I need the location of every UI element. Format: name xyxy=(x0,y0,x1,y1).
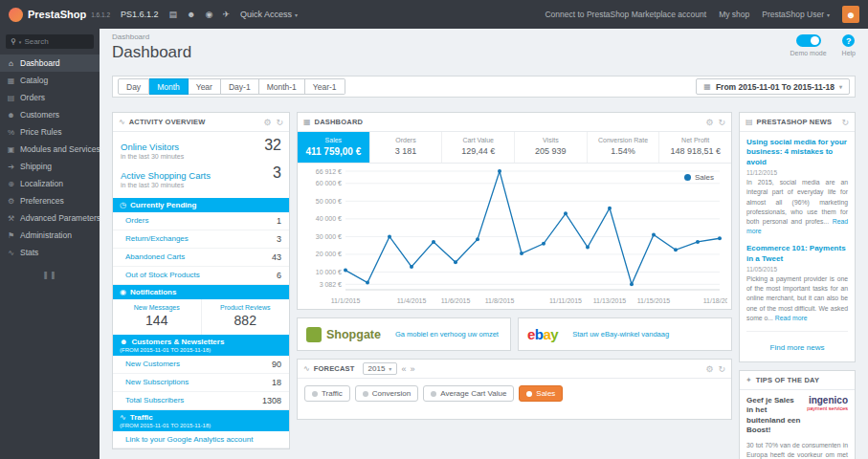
my-shop-link[interactable]: My shop xyxy=(719,10,749,19)
forecast-tab-average-cart-value[interactable]: Average Cart Value xyxy=(423,385,514,402)
filter-year-1-button[interactable]: Year-1 xyxy=(305,78,345,95)
date-range-label: From 2015-11-01 To 2015-11-18 xyxy=(716,82,835,92)
prestashop-logo-icon xyxy=(9,8,23,22)
date-range-button[interactable]: ▦ From 2015-11-01 To 2015-11-18 ▾ xyxy=(696,78,850,95)
find-more-news-link[interactable]: Find more news xyxy=(770,343,825,352)
total-subscribers-link[interactable]: Total Subscribers xyxy=(125,396,184,404)
kpi-sales[interactable]: Sales 411 759,00 € xyxy=(298,132,370,163)
gear-icon[interactable]: ⚙ xyxy=(705,364,713,374)
quick-access-menu[interactable]: Quick Access ▾ xyxy=(240,10,298,19)
kpi-net-profit[interactable]: Net Profit 148 918,51 € xyxy=(659,132,731,163)
clock-icon: ◷ xyxy=(120,201,126,209)
sidebar-search[interactable]: ⚲ ▾ xyxy=(6,34,94,49)
gear-icon[interactable]: ⚙ xyxy=(263,118,271,127)
avatar[interactable]: ☻ xyxy=(842,6,859,23)
help-icon[interactable]: ? xyxy=(842,34,855,47)
filter-month-button[interactable]: Month xyxy=(149,78,189,95)
gear-icon[interactable]: ⚙ xyxy=(705,118,713,127)
new-subscriptions-link[interactable]: New Subscriptions xyxy=(125,378,189,386)
refresh-icon[interactable]: ↻ xyxy=(841,118,849,127)
sidebar-item-localization[interactable]: ⊕ Localization xyxy=(0,175,100,192)
product-reviews-stat[interactable]: Product Reviews 882 xyxy=(202,299,290,335)
filter-day-button[interactable]: Day xyxy=(118,78,149,95)
online-visitors-value: 32 xyxy=(264,139,281,152)
marketplace-link[interactable]: Connect to PrestaShop Marketplace accoun… xyxy=(545,10,706,19)
news-article-link[interactable]: Ecommerce 101: Payments in a Tweet xyxy=(746,244,848,264)
online-visitors-link[interactable]: Online Visitors xyxy=(121,142,179,152)
svg-text:11/11/2015: 11/11/2015 xyxy=(549,297,582,304)
book-icon: ▦ xyxy=(7,76,15,85)
sales-chart-svg: 66 912 €60 000 €50 000 €40 000 €30 000 €… xyxy=(301,167,727,307)
returns-link[interactable]: Return/Exchanges xyxy=(125,234,189,243)
forecast-tab-traffic[interactable]: Traffic xyxy=(304,385,350,402)
page-header: Dashboard Dashboard Demo mode ? Help xyxy=(112,33,856,62)
svg-text:11/13/2015: 11/13/2015 xyxy=(593,297,627,304)
ebay-link[interactable]: Start uw eBay-winkel vandaag xyxy=(572,330,669,339)
active-carts-link[interactable]: Active Shopping Carts xyxy=(121,170,211,181)
quick-access-label: Quick Access xyxy=(240,10,292,19)
filter-year-button[interactable]: Year xyxy=(189,78,221,95)
customer-icon[interactable]: ☻ xyxy=(187,10,195,19)
previous-year-button[interactable]: « xyxy=(401,364,406,374)
sidebar-item-price-rules[interactable]: % Price Rules xyxy=(0,123,100,141)
sidebar-item-catalog[interactable]: ▦ Catalog xyxy=(0,72,100,89)
kpi-value: 148 918,51 € xyxy=(661,146,729,156)
sidebar-item-customers[interactable]: ☻ Customers xyxy=(0,106,100,123)
support-icon[interactable]: ◉ xyxy=(206,10,213,19)
kpi-value: 411 759,00 € xyxy=(300,146,367,157)
year-select[interactable]: 2015 ▾ xyxy=(363,362,398,375)
demo-mode-toggle[interactable] xyxy=(796,34,821,47)
new-messages-label: New Messages xyxy=(113,304,201,311)
section-title: Notifications xyxy=(130,288,176,296)
sidebar-item-advanced-parameters[interactable]: ⚒ Advanced Parameters xyxy=(0,209,100,227)
filter-day-1-button[interactable]: Day-1 xyxy=(221,78,259,95)
refresh-icon[interactable]: ↻ xyxy=(718,364,725,374)
kpi-cart-value[interactable]: Cart Value 129,44 € xyxy=(442,132,515,163)
shopgate-link[interactable]: Ga mobiel en verhoog uw omzet xyxy=(395,330,499,339)
new-customers-link[interactable]: New Customers xyxy=(125,360,180,368)
cart-icon: ▤ xyxy=(7,94,15,102)
brand-name: PrestaShop xyxy=(28,9,86,20)
kpi-visits[interactable]: Visits 205 939 xyxy=(515,132,588,163)
kpi-conversion-rate[interactable]: Conversion Rate 1.54% xyxy=(588,132,660,163)
sidebar-collapse-button[interactable]: ❚❚ xyxy=(0,271,100,279)
row-value: 90 xyxy=(272,360,281,369)
kpi-value: 1.54% xyxy=(590,146,657,156)
shopgate-logo-text: Shopgate xyxy=(326,328,381,341)
row-value: 1 xyxy=(277,216,281,226)
kpi-label: Orders xyxy=(372,137,440,143)
sidebar-item-shipping[interactable]: ➔ Shipping xyxy=(0,158,100,175)
prestashop-logo[interactable]: PrestaShop 1.6.1.2 xyxy=(9,8,110,22)
search-input[interactable] xyxy=(24,37,89,46)
new-messages-stat[interactable]: New Messages 144 xyxy=(113,299,202,335)
kpi-orders[interactable]: Orders 3 181 xyxy=(370,132,443,163)
filter-month-1-button[interactable]: Month-1 xyxy=(259,78,305,95)
google-analytics-link[interactable]: Link to your Google Analytics account xyxy=(125,435,253,444)
forecast-tab-sales[interactable]: Sales xyxy=(519,385,563,402)
sidebar-item-dashboard[interactable]: ⌂ Dashboard xyxy=(0,55,100,72)
rocket-icon[interactable]: ✈ xyxy=(222,10,230,19)
news-article-link[interactable]: Using social media for your business: 4 … xyxy=(746,138,848,167)
cart-icon[interactable]: ▤ xyxy=(169,10,178,19)
refresh-icon[interactable]: ↻ xyxy=(276,118,283,127)
out-of-stock-link[interactable]: Out of Stock Products xyxy=(125,271,200,279)
refresh-icon[interactable]: ↻ xyxy=(718,118,725,127)
sidebar-item-modules[interactable]: ▣ Modules and Services xyxy=(0,141,100,158)
next-year-button[interactable]: » xyxy=(410,364,414,374)
forecast-tab-conversion[interactable]: Conversion xyxy=(355,385,418,402)
sidebar-item-preferences[interactable]: ⚙ Preferences xyxy=(0,192,100,209)
help-label: Help xyxy=(842,50,856,56)
topbar-right: Connect to PrestaShop Marketplace accoun… xyxy=(545,6,859,23)
sidebar-item-stats[interactable]: ∿ Stats xyxy=(0,244,100,261)
abandoned-carts-link[interactable]: Abandoned Carts xyxy=(125,252,185,261)
user-menu[interactable]: PrestaShop User ▾ xyxy=(762,10,830,19)
read-more-link[interactable]: Read more xyxy=(775,315,808,321)
chevron-down-icon: ▾ xyxy=(839,83,842,90)
sidebar-item-label: Catalog xyxy=(20,76,48,85)
sidebar-item-administration[interactable]: ⚑ Administration xyxy=(0,227,100,244)
sidebar-item-label: Orders xyxy=(20,93,45,102)
sidebar-item-orders[interactable]: ▤ Orders xyxy=(0,89,100,106)
orders-link[interactable]: Orders xyxy=(125,216,148,225)
chevron-down-icon: ▾ xyxy=(389,365,391,372)
panel-title: DASHBOARD xyxy=(315,118,364,126)
